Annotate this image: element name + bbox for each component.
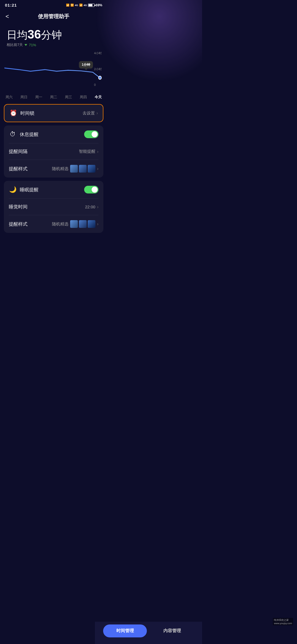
reminder-style-label: 提醒样式 <box>9 166 28 172</box>
daily-avg-display: 日均36分钟 <box>7 28 101 41</box>
timelock-label: 时间锁 <box>20 110 34 116</box>
timelock-left: ⏰ 时间锁 <box>9 110 34 117</box>
day-tue: 周二 <box>50 95 57 100</box>
sleep-style-value: 随机精选 <box>52 222 68 227</box>
sleep-style-row[interactable]: 提醒样式 随机精选 › <box>4 215 103 233</box>
sleep-time-label: 睡觉时间 <box>9 204 28 210</box>
compare-text: 相比前7天 <box>7 42 23 47</box>
day-mon: 周一 <box>35 95 42 100</box>
y-label-2h: 2小时 <box>94 67 102 71</box>
rest-reminder-left: ⏱ 休息提醒 <box>9 131 38 138</box>
sleep-thumb-1 <box>70 220 78 228</box>
timelock-inner: ⏰ 时间锁 去设置 › <box>4 105 103 122</box>
rest-reminder-card: ⏱ 休息提醒 提醒间隔 智能提醒 › 提醒样式 随机精选 <box>4 125 103 178</box>
avg-value: 36 <box>28 28 41 41</box>
sleep-style-chevron: › <box>97 222 98 227</box>
down-arrow-icon <box>24 44 27 46</box>
rest-toggle[interactable] <box>84 130 98 138</box>
sleep-style-label: 提醒样式 <box>9 221 28 227</box>
pct-value: 71% <box>29 43 36 47</box>
chart-section: 4小时 2小时 0 1分钟 <box>0 50 107 94</box>
day-sun: 周日 <box>20 95 28 100</box>
sleep-time-value: 22:00 <box>85 204 95 209</box>
interval-value: 智能提醒 <box>79 149 95 154</box>
interval-chevron: › <box>97 149 98 154</box>
day-sat: 周六 <box>6 95 13 100</box>
reminder-style-value: 随机精选 <box>52 166 68 171</box>
signal2-icon: 📶 <box>79 4 82 7</box>
reminder-style-row[interactable]: 提醒样式 随机精选 › <box>4 160 103 178</box>
interval-right[interactable]: 智能提醒 › <box>79 149 98 154</box>
chart-tooltip: 1分钟 <box>79 61 93 69</box>
status-icons: 📶 🛜 4G 📶 4G 69% <box>66 3 102 7</box>
header: < 使用管理助手 <box>0 9 107 23</box>
sleep-icon: 🌙 <box>9 186 16 193</box>
sleep-thumb-3 <box>88 220 95 228</box>
back-button[interactable]: < <box>6 13 9 20</box>
battery-icon <box>88 4 95 7</box>
thumb-2 <box>79 165 87 173</box>
reminder-style-right[interactable]: 随机精选 › <box>52 165 98 173</box>
reminder-style-chevron: › <box>97 166 98 171</box>
page-title: 使用管理助手 <box>38 13 69 20</box>
timelock-right[interactable]: 去设置 › <box>82 111 98 116</box>
timelock-icon: ⏰ <box>9 110 17 117</box>
battery-pct: 69% <box>96 3 102 7</box>
day-thu: 周四 <box>80 95 87 100</box>
rest-icon: ⏱ <box>9 131 16 138</box>
sleep-toggle-knob <box>92 187 98 193</box>
thumb-3 <box>88 165 95 173</box>
chart-y-labels: 4小时 2小时 0 <box>94 50 102 94</box>
sleep-thumbnails <box>70 220 95 228</box>
rest-label: 休息提醒 <box>20 131 38 138</box>
sleep-style-right[interactable]: 随机精选 › <box>52 220 98 228</box>
avg-suffix: 分钟 <box>41 29 62 41</box>
toggle-knob <box>92 131 98 137</box>
day-today: 今天 <box>95 95 102 100</box>
sleep-time-chevron: › <box>97 204 98 209</box>
day-wed: 周三 <box>65 95 72 100</box>
rest-reminder-row: ⏱ 休息提醒 <box>4 125 103 143</box>
y-label-0: 0 <box>94 83 102 86</box>
interval-label: 提醒间隔 <box>9 148 28 155</box>
avg-prefix: 日均 <box>7 29 28 41</box>
days-row: 周六 周日 周一 周二 周三 周四 今天 <box>0 94 107 104</box>
thumb-1 <box>70 165 78 173</box>
sleep-time-right[interactable]: 22:00 › <box>85 204 98 209</box>
sleep-reminder-card: 🌙 睡眠提醒 睡觉时间 22:00 › 提醒样式 随机精选 <box>4 181 103 233</box>
wifi-icon: 🛜 <box>70 4 74 7</box>
timelock-card[interactable]: ⏰ 时间锁 去设置 › <box>4 104 103 122</box>
y-label-4h: 4小时 <box>94 51 102 55</box>
sleep-thumb-2 <box>79 220 87 228</box>
stats-subtitle: 相比前7天 71% <box>7 42 101 47</box>
sleep-time-row[interactable]: 睡觉时间 22:00 › <box>4 199 103 215</box>
sleep-left: 🌙 睡眠提醒 <box>9 186 38 193</box>
sleep-label: 睡眠提醒 <box>20 187 38 193</box>
network-4g-icon: 4G <box>75 4 78 7</box>
sleep-reminder-row: 🌙 睡眠提醒 <box>4 181 103 198</box>
reminder-thumbnails <box>70 165 95 173</box>
status-time: 01:21 <box>5 3 17 7</box>
reminder-interval-row[interactable]: 提醒间隔 智能提醒 › <box>4 143 103 160</box>
signal-icon: 📶 <box>66 4 69 7</box>
network-4g2-icon: 4G <box>84 4 87 7</box>
timelock-chevron: › <box>97 111 98 116</box>
status-bar: 01:21 📶 🛜 4G 📶 4G 69% <box>0 0 107 9</box>
timelock-action[interactable]: 去设置 <box>82 111 95 116</box>
stats-section: 日均36分钟 相比前7天 71% <box>0 23 107 50</box>
sleep-toggle[interactable] <box>84 186 98 193</box>
